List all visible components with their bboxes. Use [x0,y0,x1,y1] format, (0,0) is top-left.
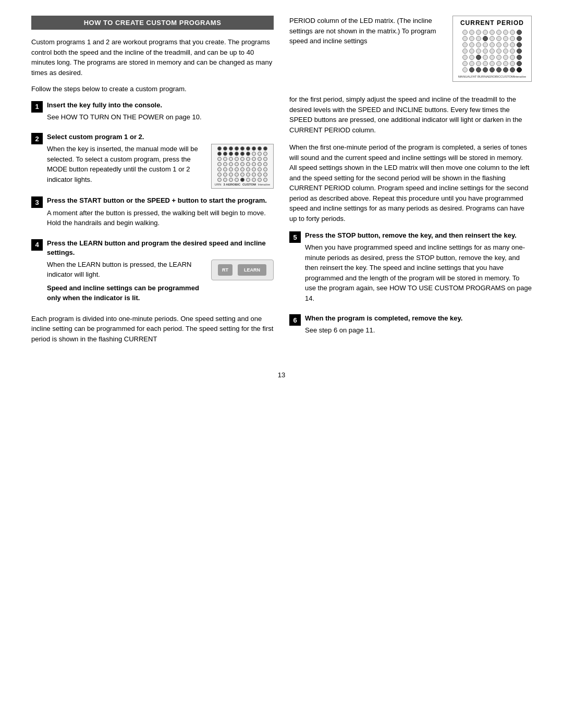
step-2-number: 2 [31,133,43,144]
step-2-image: URN3 AEROBICCUSTOMInteractive [211,144,274,189]
step-2-block: 2 Select custom program 1 or 2. When the… [31,132,274,189]
section-header: HOW TO CREATE CUSTOM PROGRAMS [31,16,274,30]
step-1-body: See HOW TO TURN ON THE POWER on page 10. [47,112,274,122]
step-5-title: Press the STOP button, remove the key, a… [305,231,532,240]
step-4-learn-image: RT LEARN [211,260,274,280]
step-4-body2: Speed and incline settings can be progra… [47,283,205,303]
step-6-title: When the program is completed, remove th… [305,314,532,323]
step-2-body: When the key is inserted, the manual mod… [47,144,205,184]
step-4-number: 4 [31,239,43,251]
current-period-box: CURRENT PERIOD [452,16,532,82]
step-1-title: Insert the key fully into the console. [47,101,274,110]
led-label-fatburn: FAT BURN [471,75,486,78]
step-2-with-image: When the key is inserted, the manual mod… [47,144,274,189]
step-5-block: 5 Press the STOP button, remove the key,… [289,231,532,306]
step-1-number: 1 [31,101,43,113]
page-container: HOW TO CREATE CUSTOM PROGRAMS Custom pro… [31,16,532,379]
step-5-body: When you have programmed speed and incli… [305,242,532,303]
step-4-bold-text: Speed and incline settings can be progra… [47,284,199,302]
step-6-body: See step 6 on page 11. [305,325,532,336]
right-column: PERIOD column of the LED matrix. (The in… [289,16,532,350]
rt-button: RT [218,264,232,276]
step-3-title: Press the START button or the SPEED + bu… [47,196,274,205]
step-4-content: Press the LEARN button and program the d… [47,239,274,306]
step-4-text: When the LEARN button is pressed, the LE… [47,260,205,306]
step-3-body: A moment after the button is pressed, th… [47,208,274,228]
learn-button: LEARN [238,264,266,276]
step-3-number: 3 [31,196,43,208]
right-para2: When the first one-minute period of the … [289,142,532,224]
step-5-number: 5 [289,231,301,243]
period-col-text: PERIOD column of the LED matrix. (The in… [289,16,444,87]
led-matrix-current-period: MANUAL FAT BURN AEROBIC CUSTOM Interacti… [458,30,526,78]
step-4-block: 4 Press the LEARN button and program the… [31,239,274,306]
two-column-layout: HOW TO CREATE CUSTOM PROGRAMS Custom pro… [31,16,532,350]
current-period-title: CURRENT PERIOD [458,19,526,27]
step-5-content: Press the STOP button, remove the key, a… [305,231,532,306]
step-6-block: 6 When the program is completed, remove … [289,314,532,339]
step-4-body1: When the LEARN button is pressed, the LE… [47,260,205,280]
led-label-interactive: Interactive [514,75,526,78]
led-matrix-step2: URN3 AEROBICCUSTOMInteractive [211,144,274,189]
page-number: 13 [31,371,532,379]
step-2-content: Select custom program 1 or 2. When the k… [47,132,274,189]
learn-button-diagram: RT LEARN [211,260,274,280]
step-3-block: 3 Press the START button or the SPEED + … [31,196,274,231]
step-2-title: Select custom program 1 or 2. [47,132,274,142]
step-6-content: When the program is completed, remove th… [305,314,532,339]
led-label-custom: CUSTOM [500,75,514,78]
step-1-block: 1 Insert the key fully into the console.… [31,101,274,126]
step-1-content: Insert the key fully into the console. S… [47,101,274,126]
period-intro-text: Each program is divided into one-minute … [31,314,274,344]
led-label-aerobic: AEROBIC [486,75,500,78]
right-top-section: PERIOD column of the LED matrix. (The in… [289,16,532,87]
step-6-number: 6 [289,314,301,326]
period-cont-text: for the first period, simply adjust the … [289,94,532,135]
step-2-text: When the key is inserted, the manual mod… [47,144,205,188]
intro-paragraph: Custom programs 1 and 2 are workout prog… [31,37,274,78]
step-4-with-image: When the LEARN button is pressed, the LE… [47,260,274,306]
step-3-content: Press the START button or the SPEED + bu… [47,196,274,231]
step-4-title: Press the LEARN button and program the d… [47,239,274,257]
led-label-manual: MANUAL [458,75,471,78]
left-column: HOW TO CREATE CUSTOM PROGRAMS Custom pro… [31,16,274,350]
follow-text: Follow the steps below to create a custo… [31,84,274,94]
